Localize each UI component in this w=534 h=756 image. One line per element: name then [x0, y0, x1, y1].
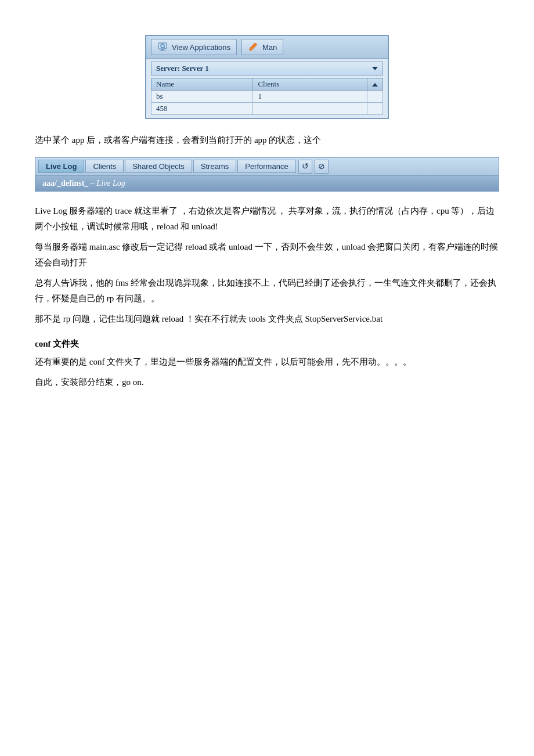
server-name: Server: Server 1 — [156, 64, 209, 73]
conf-title: conf 文件夹 — [35, 339, 499, 350]
content-suffix: – Live Log — [88, 179, 125, 188]
tab-clients[interactable]: Clients — [85, 160, 124, 173]
svg-rect-2 — [160, 50, 165, 51]
server-panel: Server: Server 1 Name Clients bs — [146, 59, 388, 118]
tabs-area: Live Log Clients Shared Objects Streams … — [35, 157, 499, 192]
row2-scroll — [367, 103, 383, 115]
col-name: Name — [151, 78, 253, 91]
monitor-icon — [157, 41, 169, 53]
chevron-down-icon — [372, 67, 378, 70]
tab-clients-label: Clients — [93, 162, 116, 171]
screenshot-container: View Applications Man Server: Server 1 N… — [145, 35, 389, 119]
tab-streams[interactable]: Streams — [193, 160, 236, 173]
svg-rect-1 — [161, 49, 164, 50]
manage-label: Man — [262, 43, 277, 52]
reload-button[interactable]: ↺ — [298, 160, 312, 174]
view-applications-label: View Applications — [172, 43, 230, 52]
view-applications-button[interactable]: View Applications — [151, 39, 237, 55]
para1: Live Log 服务器端的 trace 就这里看了 ，右边依次是客户端情况 ，… — [35, 203, 499, 235]
col-clients: Clients — [253, 78, 367, 91]
content-path: aaa/_definst_ — [42, 179, 88, 188]
conf-para1: 还有重要的是 conf 文件夹了，里边是一些服务器端的配置文件，以后可能会用，先… — [35, 354, 499, 370]
tab-streams-label: Streams — [201, 162, 229, 171]
svg-line-4 — [164, 48, 165, 49]
tab-content-bar: aaa/_definst_ – Live Log — [35, 176, 499, 192]
stop-icon: ⊘ — [318, 161, 325, 171]
col-scroll — [367, 78, 383, 91]
stop-button[interactable]: ⊘ — [315, 160, 329, 174]
manage-button[interactable]: Man — [241, 39, 283, 55]
app-toolbar: View Applications Man — [146, 36, 388, 59]
table-row: bs 1 — [151, 91, 383, 103]
server-header: Server: Server 1 — [151, 62, 383, 75]
tab-shared-objects[interactable]: Shared Objects — [125, 160, 192, 173]
tab-shared-objects-label: Shared Objects — [132, 162, 185, 171]
conf-section: conf 文件夹 还有重要的是 conf 文件夹了，里边是一些服务器端的配置文件… — [35, 339, 499, 390]
para3: 总有人告诉我，他的 fms 经常会出现诡异现象，比如连接不上，代码已经删了还会执… — [35, 275, 499, 307]
tab-performance[interactable]: Performance — [237, 160, 295, 173]
row1-scroll — [367, 91, 383, 103]
conf-para2: 自此，安装部分结束，go on. — [35, 375, 499, 390]
para4: 那不是 rp 问题，记住出现问题就 reload ！实在不行就去 tools 文… — [35, 311, 499, 327]
table-row: 458 — [151, 103, 383, 115]
main-body: Live Log 服务器端的 trace 就这里看了 ，右边依次是客户端情况 ，… — [35, 203, 499, 327]
intro-text: 选中某个 app 后，或者客户端有连接，会看到当前打开的 app 的状态，这个 — [35, 133, 499, 148]
table-header-row: Name Clients — [151, 78, 383, 91]
scroll-up-icon — [372, 83, 378, 87]
server-table: Name Clients bs 1 458 — [151, 78, 383, 115]
reload-icon: ↺ — [302, 161, 309, 171]
row2-name: 458 — [151, 103, 253, 115]
tab-performance-label: Performance — [245, 162, 288, 171]
row1-clients: 1 — [253, 91, 367, 103]
tab-live-log[interactable]: Live Log — [38, 160, 84, 173]
tabs-bar: Live Log Clients Shared Objects Streams … — [35, 157, 499, 176]
row1-name: bs — [151, 91, 253, 103]
app-window: View Applications Man Server: Server 1 N… — [145, 35, 389, 119]
tab-live-log-label: Live Log — [46, 162, 77, 171]
wrench-icon — [248, 41, 259, 53]
row2-clients — [253, 103, 367, 115]
para2: 每当服务器端 main.asc 修改后一定记得 reload 或者 unload… — [35, 239, 499, 271]
